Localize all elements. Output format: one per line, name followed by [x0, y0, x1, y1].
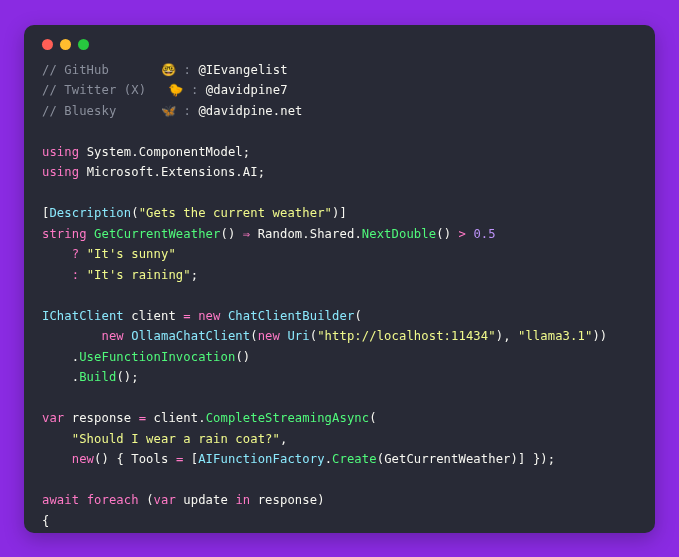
bluesky-emoji-icon: 🦋: [161, 104, 176, 118]
maximize-icon[interactable]: [78, 39, 89, 50]
bluesky-handle: @davidpine.net: [198, 104, 302, 118]
github-handle: @IEvangelist: [198, 63, 287, 77]
ichatclient-type: IChatClient: [42, 309, 124, 323]
twitter-emoji-icon: 🐤: [168, 83, 183, 97]
get-current-weather-fn: GetCurrentWeather: [94, 227, 220, 241]
minimize-icon[interactable]: [60, 39, 71, 50]
comment-bluesky: // Bluesky 🦋 : @davidpine.net: [42, 104, 303, 118]
comment-github: // GitHub 🤓 : @IEvangelist: [42, 63, 288, 77]
using-keyword: using: [42, 145, 79, 159]
github-emoji-icon: 🤓: [161, 63, 176, 77]
close-icon[interactable]: [42, 39, 53, 50]
code-block: // GitHub 🤓 : @IEvangelist // Twitter (X…: [42, 60, 637, 533]
comment-twitter: // Twitter (X) 🐤 : @davidpine7: [42, 83, 288, 97]
twitter-handle: @davidpine7: [206, 83, 288, 97]
traffic-lights: [42, 39, 637, 50]
code-window: // GitHub 🤓 : @IEvangelist // Twitter (X…: [24, 25, 655, 533]
description-attribute: Description: [49, 206, 131, 220]
